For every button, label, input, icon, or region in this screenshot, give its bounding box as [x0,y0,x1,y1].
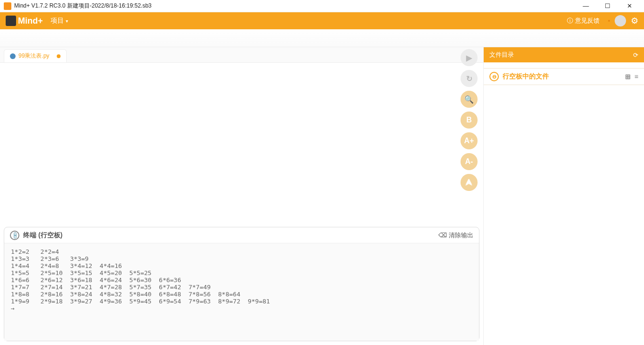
terminal: 🔗 终端 (行空板) ⌫清除输出 1*2=2 2*2=4 1*3=3 2*3=6… [4,227,479,341]
file-tab[interactable]: 99乘法表.py [4,49,67,62]
file-dir-header: 文件目录 ⟳ [484,47,644,62]
board-files-header: ⊖ 行空板中的文件 ⊞≡ [484,68,644,85]
font-increase-button[interactable]: A+ [461,132,478,149]
collapse-button[interactable]: ⮝ [461,174,478,191]
link-icon: 🔗 [8,228,21,242]
run-button[interactable]: ▶ [461,49,478,66]
question-icon: ⓘ [567,17,573,25]
font-decrease-button[interactable]: A- [461,153,478,170]
eraser-icon: ⌫ [438,232,447,239]
window-title: Mind+ V1.7.2 RC3.0 新建项目-2022/8/18-16:19:… [14,2,152,10]
feedback-link[interactable]: ⓘ意见反馈 [567,17,600,25]
app-icon [4,2,11,10]
minimize-button[interactable]: — [575,0,597,12]
search-button[interactable]: 🔍 [461,91,478,108]
python-icon [10,53,16,59]
board-icon: ⊖ [489,72,499,81]
toolbar [0,29,644,47]
clear-output-button[interactable]: ⌫清除输出 [438,231,473,240]
restart-button[interactable]: ↻ [461,70,478,87]
menubar: Mind+ 项目▾ ⓘ意见反馈 ⚙ [0,12,644,29]
close-button[interactable]: ✕ [618,0,640,12]
gear-icon[interactable]: ⚙ [631,16,638,26]
modified-dot-icon [57,54,61,58]
mode-switch[interactable] [608,20,610,22]
menu-0[interactable]: 项目▾ [51,17,68,25]
maximize-button[interactable]: ☐ [597,0,618,12]
titlebar: Mind+ V1.7.2 RC3.0 新建项目-2022/8/18-16:19:… [0,0,644,12]
sidebar: 文件目录 ⟳ ⊖ 行空板中的文件 ⊞≡ [483,47,644,345]
code-editor[interactable] [0,62,483,223]
logo: Mind+ [6,16,43,26]
avatar[interactable] [615,15,626,26]
terminal-title: 终端 (行空板) [23,231,62,240]
terminal-output[interactable]: 1*2=2 2*2=4 1*3=3 2*3=6 3*3=9 1*4=4 2*4=… [4,243,479,341]
tab-strip: 99乘法表.py [0,47,483,62]
refresh-icon[interactable]: ⟳ [633,52,638,59]
logo-icon [6,16,16,26]
bold-button[interactable]: B [461,112,478,129]
add-file-icon[interactable]: ⊞ [625,73,631,80]
menu-icon[interactable]: ≡ [635,73,638,80]
